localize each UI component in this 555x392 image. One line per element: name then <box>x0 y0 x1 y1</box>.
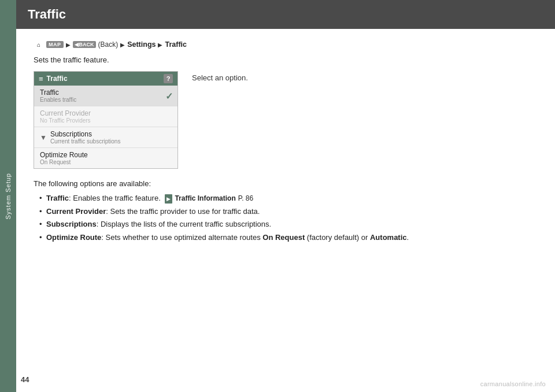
menu-header-left: ≡ Traffic <box>39 75 68 83</box>
menu-header-title: Traffic <box>47 75 68 83</box>
term-current-provider: Current Provider <box>46 207 106 216</box>
ref-arrow-icon: ▶ <box>165 194 172 204</box>
menu-item-subscriptions-subtitle: Current traffic subscriptions <box>50 138 121 145</box>
on-request-bold: On Request <box>262 233 305 242</box>
help-button[interactable]: ? <box>164 74 173 83</box>
ref-traffic-label: Traffic Information <box>175 193 235 204</box>
breadcrumb-arrow-2: ▶ <box>120 42 125 48</box>
list-item-optimize-route: Optimize Route: Sets whether to use opti… <box>39 232 538 244</box>
breadcrumb-settings: Settings <box>127 40 156 49</box>
menu-item-traffic-subtitle: Enables traffic <box>40 97 173 103</box>
factory-default-text: (factory default) or <box>305 233 370 242</box>
list-item-traffic: Traffic: Enables the traffic feature. ▶ … <box>39 193 538 205</box>
breadcrumb-arrow-3: ▶ <box>158 42 162 48</box>
breadcrumb: ⌂ MAP ▶ ◀ BACK (Back) ▶ Settings ▶ Traff… <box>34 39 538 50</box>
colon-2: : Sets the traffic provider to use for t… <box>106 207 260 216</box>
down-arrow-icon: ▼ <box>40 134 47 142</box>
home-icon: ⌂ <box>34 39 44 50</box>
sidebar-label: System Setup <box>5 173 12 219</box>
menu-item-optimize-route-title: Optimize Route <box>40 151 173 159</box>
options-section: The following options are available: Tra… <box>34 178 538 244</box>
colon-3: : Displays the lists of the current traf… <box>97 220 272 228</box>
page-description: Sets the traffic feature. <box>34 56 538 64</box>
menu-hamburger-icon: ≡ <box>39 75 43 83</box>
back-button[interactable]: ◀ BACK <box>73 41 96 48</box>
options-header: The following options are available: <box>34 178 538 190</box>
option-list: Traffic: Enables the traffic feature. ▶ … <box>34 193 538 244</box>
menu-item-traffic-title: Traffic <box>40 88 173 97</box>
menu-box: ≡ Traffic ? Traffic Enables traffic ✓ Cu… <box>34 71 178 169</box>
page-header: Traffic <box>16 0 555 29</box>
colon-1: : Enables the traffic feature. <box>69 194 161 202</box>
menu-section: ≡ Traffic ? Traffic Enables traffic ✓ Cu… <box>34 71 538 169</box>
menu-item-current-provider-title: Current Provider <box>40 109 173 117</box>
term-traffic: Traffic <box>46 194 69 202</box>
menu-item-traffic[interactable]: Traffic Enables traffic ✓ <box>34 86 177 106</box>
page-title: Traffic <box>28 7 66 22</box>
back-text: (Back) <box>98 40 119 49</box>
select-option-text: Select an option. <box>192 71 248 169</box>
ref-traffic-page: P. 86 <box>238 193 253 204</box>
menu-item-subscriptions-title: Subscriptions <box>50 130 121 138</box>
back-label: BACK <box>79 42 94 47</box>
back-icon: ◀ <box>75 42 79 47</box>
automatic-bold: Automatic <box>370 233 407 242</box>
subscriptions-text: Subscriptions Current traffic subscripti… <box>50 130 121 145</box>
map-button[interactable]: MAP <box>46 41 64 48</box>
period: . <box>407 233 409 242</box>
list-item-subscriptions: Subscriptions: Displays the lists of the… <box>39 219 538 231</box>
breadcrumb-traffic: Traffic <box>165 40 187 49</box>
colon-4: : Sets whether to use optimized alternat… <box>101 233 262 242</box>
term-subscriptions: Subscriptions <box>46 220 97 228</box>
menu-item-current-provider: Current Provider No Traffic Providers <box>34 106 177 127</box>
checkmark-icon: ✓ <box>165 90 173 101</box>
menu-item-subscriptions[interactable]: ▼ Subscriptions Current traffic subscrip… <box>34 127 177 148</box>
main-content: Traffic ⌂ MAP ▶ ◀ BACK (Back) ▶ Settings… <box>16 0 555 392</box>
watermark: carmanualsonline.info <box>480 380 546 387</box>
subscriptions-row: ▼ Subscriptions Current traffic subscrip… <box>40 130 173 145</box>
list-item-current-provider: Current Provider: Sets the traffic provi… <box>39 206 538 218</box>
breadcrumb-arrow-1: ▶ <box>66 42 71 48</box>
ref-traffic: ▶ Traffic Information P. 86 <box>165 193 253 204</box>
page-number: 44 <box>21 375 29 384</box>
sidebar: System Setup <box>0 0 16 392</box>
menu-item-optimize-route-subtitle: On Request <box>40 159 173 165</box>
menu-item-current-provider-subtitle: No Traffic Providers <box>40 117 173 124</box>
content-area: ⌂ MAP ▶ ◀ BACK (Back) ▶ Settings ▶ Traff… <box>16 29 555 392</box>
menu-item-optimize-route[interactable]: Optimize Route On Request <box>34 148 177 168</box>
term-optimize-route: Optimize Route <box>46 233 101 242</box>
menu-header: ≡ Traffic ? <box>34 72 177 86</box>
